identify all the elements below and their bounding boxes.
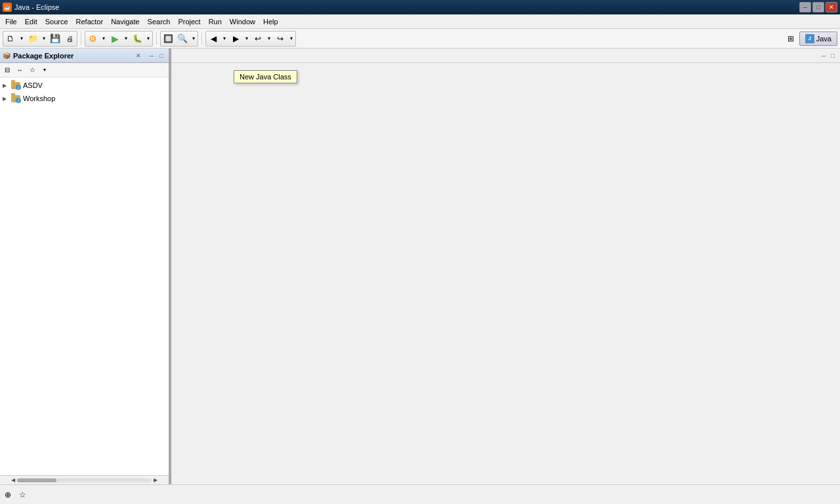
title-bar-left: ☕ Java - Eclipse (3, 3, 59, 12)
editor-header: ─ □ (171, 49, 840, 63)
sep1 (81, 33, 81, 45)
title-bar-controls[interactable]: ─ □ ✕ (799, 2, 837, 12)
run-dropdown[interactable]: ▾ (122, 32, 130, 46)
status-bar: ⊕ ☆ (0, 484, 840, 504)
toolbar-file-group: 🗋 ▾ 📁 ▾ 💾 🖨 (3, 31, 77, 47)
workshop-expand-arrow[interactable]: ▶ (3, 96, 10, 102)
app-icon: ☕ (3, 3, 12, 12)
prev-edit-button[interactable]: ◀ (206, 32, 220, 46)
pe-toolbar: ⊟ ↔ ☆ ▾ (0, 63, 169, 77)
back-dropdown[interactable]: ▾ (265, 32, 273, 46)
pe-scroll-thumb[interactable] (17, 478, 56, 482)
status-icon-1[interactable]: ⊕ (3, 490, 13, 500)
link-with-editor-button[interactable]: ↔ (14, 64, 26, 76)
sep3 (201, 33, 202, 45)
toolbar-search-group: 🔲 🔍 ▾ (160, 31, 198, 47)
debug-dropdown[interactable]: ▾ (144, 32, 152, 46)
editor-maximize-button[interactable]: □ (828, 51, 837, 60)
next-dropdown[interactable]: ▾ (243, 32, 251, 46)
pe-dropdown-button[interactable]: ▾ (39, 64, 51, 76)
java-perspective-icon: J (805, 34, 814, 43)
debug-button[interactable]: 🐛 (130, 32, 144, 46)
forward-button[interactable]: ↪ (273, 32, 287, 46)
new-button[interactable]: 🗋 (3, 32, 18, 46)
back-button[interactable]: ↩ (251, 32, 265, 46)
menu-edit[interactable]: Edit (21, 16, 41, 27)
title-bar-text: Java - Eclipse (14, 3, 59, 11)
pe-collapse-button[interactable]: ─ (147, 51, 156, 60)
collapse-all-button[interactable]: ⊟ (1, 64, 13, 76)
editor-minimize-button[interactable]: ─ (819, 51, 828, 60)
scroll-right-arrow[interactable]: ▶ (152, 476, 159, 484)
menu-window[interactable]: Window (226, 16, 259, 27)
asdv-label: ASDV (23, 81, 43, 89)
toolbar-run-group: ⚙ ▾ ▶ ▾ 🐛 ▾ (85, 31, 153, 47)
menu-refactor[interactable]: Refactor (72, 16, 108, 27)
open-button[interactable]: 📁 (26, 32, 40, 46)
save-button[interactable]: 💾 (48, 32, 62, 46)
menu-help[interactable]: Help (259, 16, 282, 27)
workshop-label: Workshop (23, 94, 55, 102)
search-dropdown[interactable]: ▾ (190, 32, 198, 46)
open-perspective-button[interactable]: ⊞ (784, 32, 798, 46)
new-java-class-tooltip: New Java Class (234, 70, 297, 83)
project-workshop[interactable]: ▶ J Workshop (0, 92, 169, 105)
menu-project[interactable]: Project (174, 16, 204, 27)
workshop-project-icon: J (10, 93, 21, 104)
status-icon-2[interactable]: ☆ (17, 490, 28, 500)
menu-navigate[interactable]: Navigate (107, 16, 143, 27)
pe-scroll-track[interactable] (17, 478, 152, 482)
search-button[interactable]: 🔍 (175, 32, 190, 46)
pe-header: 📦 Package Explorer ✕ ─ □ (0, 49, 169, 63)
menu-run[interactable]: Run (205, 16, 226, 27)
run-button[interactable]: ▶ (108, 32, 122, 46)
asdv-java-badge: J (16, 85, 21, 90)
toolbar-nav-group: ◀ ▾ ▶ ▾ ↩ ▾ ↪ ▾ (205, 31, 296, 47)
open-dropdown[interactable]: ▾ (40, 32, 48, 46)
perspective-area: ⊞ J Java (784, 32, 837, 46)
build-dropdown[interactable]: ▾ (100, 32, 108, 46)
menu-bar: File Edit Source Refactor Navigate Searc… (0, 14, 840, 29)
menu-source[interactable]: Source (41, 16, 72, 27)
pe-title: Package Explorer (13, 52, 131, 60)
tooltip-text: New Java Class (240, 73, 291, 81)
prev-dropdown[interactable]: ▾ (220, 32, 228, 46)
print-button[interactable]: 🖨 (62, 32, 77, 46)
toolbar: 🗋 ▾ 📁 ▾ 💾 🖨 ⚙ ▾ ▶ ▾ 🐛 ▾ 🔲 🔍 ▾ ◀ ▾ ▶ ▾ ↩ … (0, 29, 840, 49)
close-button[interactable]: ✕ (826, 2, 837, 12)
open-type-button[interactable]: 🔲 (161, 32, 175, 46)
editor-content[interactable]: New Java Class (171, 63, 840, 484)
pe-view-menu-button[interactable]: ☆ (26, 64, 38, 76)
perspective-controls: ⊞ J Java (784, 32, 837, 46)
perspective-label: Java (816, 35, 831, 43)
build-button[interactable]: ⚙ (85, 32, 100, 46)
minimize-button[interactable]: ─ (799, 2, 811, 12)
title-bar: ☕ Java - Eclipse ─ □ ✕ (0, 0, 840, 14)
workshop-java-badge: J (16, 98, 21, 103)
pe-minimize-button[interactable]: ✕ (134, 51, 143, 60)
main-area: 📦 Package Explorer ✕ ─ □ ⊟ ↔ ☆ ▾ ▶ J (0, 49, 840, 484)
menu-search[interactable]: Search (144, 16, 175, 27)
package-explorer-panel: 📦 Package Explorer ✕ ─ □ ⊟ ↔ ☆ ▾ ▶ J (0, 49, 169, 484)
pe-content[interactable]: ▶ J ASDV ▶ J Workshop (0, 77, 169, 475)
forward-dropdown[interactable]: ▾ (287, 32, 295, 46)
sep2 (156, 33, 157, 45)
new-dropdown[interactable]: ▾ (18, 32, 26, 46)
restore-button[interactable]: □ (812, 2, 824, 12)
asdv-expand-arrow[interactable]: ▶ (3, 83, 10, 89)
editor-area: ─ □ New Java Class (171, 49, 840, 484)
menu-file[interactable]: File (1, 16, 21, 27)
next-edit-button[interactable]: ▶ (228, 32, 243, 46)
java-perspective-button[interactable]: J Java (799, 32, 837, 46)
pe-window-controls: ─ □ (147, 51, 166, 60)
project-asdv[interactable]: ▶ J ASDV (0, 79, 169, 92)
scroll-left-arrow[interactable]: ◀ (9, 476, 17, 484)
pe-horizontal-scrollbar[interactable]: ◀ ▶ (0, 475, 169, 484)
asdv-project-icon: J (10, 80, 21, 91)
pe-maximize-button[interactable]: □ (157, 51, 166, 60)
